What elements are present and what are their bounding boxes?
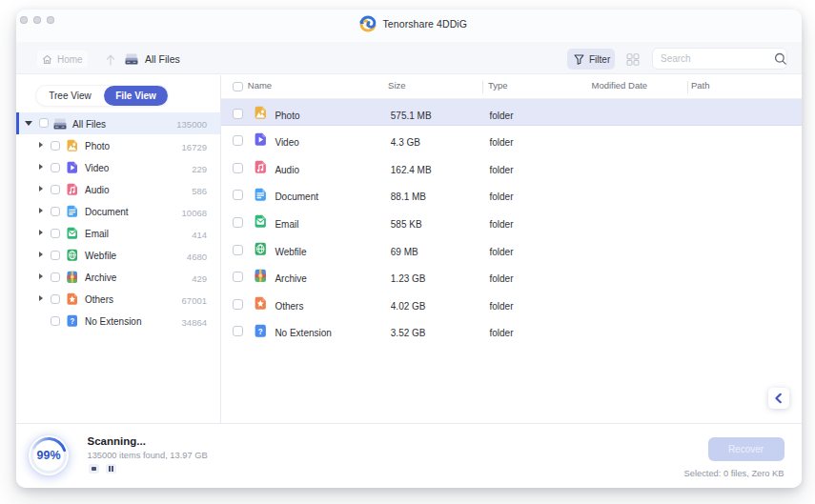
svg-text:?: ? [70, 317, 74, 327]
svg-text:?: ? [258, 326, 263, 336]
